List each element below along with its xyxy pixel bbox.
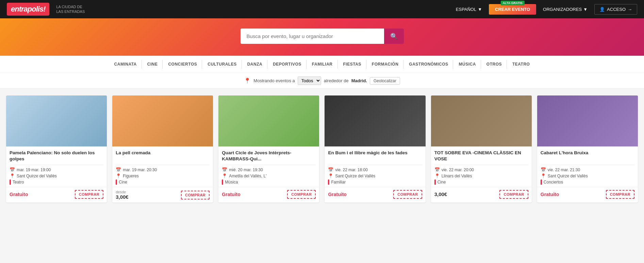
event-date-text: mar. 19 mar. 20:30 <box>123 168 157 172</box>
event-footer: 3,00€COMPRAR <box>431 187 532 201</box>
pin-icon: 📍 <box>222 173 227 178</box>
chevron-down-icon: ▼ <box>478 7 482 12</box>
event-image <box>431 95 532 146</box>
buy-button[interactable]: COMPRAR <box>181 191 210 199</box>
event-category: Conciertos <box>541 179 634 185</box>
search-button[interactable]: 🔍 <box>384 29 404 44</box>
event-title[interactable]: En Bum i el llibre màgic de les fades <box>328 150 422 162</box>
category-item-cine[interactable]: CINE <box>143 60 163 69</box>
login-arrow-icon: → <box>628 7 632 12</box>
event-date-text: mar. 19 mar. 19:00 <box>17 168 51 172</box>
event-category-text: Teatro <box>13 180 24 185</box>
event-location-text: Ametlla del Vallès, L' <box>229 174 266 178</box>
category-item-familiar[interactable]: FAMILIAR <box>307 60 338 69</box>
buy-button[interactable]: COMPRAR <box>393 190 422 199</box>
event-image <box>112 95 213 146</box>
category-item-fiestas[interactable]: FIESTAS <box>338 60 366 69</box>
category-nav: CAMINATACINECONCIERTOSCULTURALESDANZADEP… <box>0 56 644 73</box>
user-icon: 👤 <box>599 7 605 12</box>
category-item-danza[interactable]: DANZA <box>243 60 268 69</box>
organizadores-button[interactable]: ORGANIZADORES ▼ <box>543 7 588 12</box>
todos-select[interactable]: Todos <box>298 76 321 85</box>
event-price: 3,00€ <box>434 191 447 197</box>
event-body: La pell cremada📅mar. 19 mar. 20:30📍Figue… <box>112 146 213 185</box>
event-image <box>6 95 107 146</box>
event-card: La pell cremada📅mar. 19 mar. 20:30📍Figue… <box>112 95 213 203</box>
logo[interactable]: entrapolis! <box>7 3 49 16</box>
event-title[interactable]: La pell cremada <box>116 150 210 162</box>
event-title[interactable]: Cabaret L'hora Bruixa <box>541 150 634 162</box>
event-body: Pamela Palenciano: No solo duelen los go… <box>6 146 107 185</box>
event-category-text: Conciertos <box>544 180 563 185</box>
event-date: 📅vie. 22 mar. 20:00 <box>434 167 528 172</box>
crear-evento-label: CREAR EVENTO <box>495 7 530 12</box>
calendar-icon: 📅 <box>328 167 333 172</box>
event-date-text: vie. 22 mar. 20:00 <box>442 168 474 172</box>
buy-button[interactable]: COMPRAR <box>75 190 103 199</box>
event-category-text: Cine <box>437 180 446 185</box>
event-date: 📅vie. 22 mar. 21:30 <box>541 167 634 172</box>
event-title[interactable]: Pamela Palenciano: No solo duelen los go… <box>10 150 103 162</box>
calendar-icon: 📅 <box>116 167 121 172</box>
event-category-text: Cine <box>119 180 127 185</box>
category-item-caminata[interactable]: CAMINATA <box>110 60 142 69</box>
mostrando-label: Mostrando eventos a <box>253 78 295 83</box>
pin-icon: 📍 <box>328 173 333 178</box>
ciudad-link[interactable]: Madrid. <box>351 78 367 83</box>
event-card: Pamela Palenciano: No solo duelen los go… <box>6 95 107 203</box>
language-button[interactable]: ESPAÑOL ▼ <box>456 7 482 12</box>
alta-gratis-badge: ALTA GRATIS <box>500 1 524 5</box>
category-item-deportivos[interactable]: DEPORTIVOS <box>268 60 307 69</box>
buy-button[interactable]: COMPRAR <box>499 190 528 199</box>
event-date-text: mié. 20 mar. 19:30 <box>229 168 263 172</box>
price-free-label: Gratuito <box>328 192 346 197</box>
tagline: LA CIUDAD DE LAS ENTRADAS <box>56 4 85 14</box>
event-category: Teatro <box>10 179 103 185</box>
category-item-formacion[interactable]: FORMACIÓN <box>367 60 404 69</box>
calendar-icon: 📅 <box>434 167 440 172</box>
events-grid: Pamela Palenciano: No solo duelen los go… <box>0 89 644 209</box>
event-location: 📍Llinars del Vallès <box>434 173 528 178</box>
category-item-musica[interactable]: MÚSICA <box>454 60 481 69</box>
geolocalizar-button[interactable]: Geolocalizar <box>370 77 400 85</box>
price-free-label: Gratuito <box>10 192 28 197</box>
event-footer: GratuitoCOMPRAR <box>325 187 425 201</box>
event-location-text: Sant Quirze del Vallès <box>17 174 57 178</box>
category-item-conciertos[interactable]: CONCIERTOS <box>163 60 202 69</box>
crear-evento-button[interactable]: ALTA GRATIS CREAR EVENTO <box>489 4 536 15</box>
price-free-label: Gratuito <box>541 192 559 197</box>
event-card: En Bum i el llibre màgic de les fades📅vi… <box>325 95 425 203</box>
event-category-text: Familiar <box>331 180 346 185</box>
acceso-button[interactable]: 👤 ACCESO → <box>594 4 637 15</box>
category-item-teatro[interactable]: TEATRO <box>508 60 534 69</box>
event-body: Cabaret L'hora Bruixa📅vie. 22 mar. 21:30… <box>537 146 638 185</box>
event-footer: GratuitoCOMPRAR <box>537 187 638 201</box>
price-from-label: desde <box>116 190 129 194</box>
category-dot-icon <box>222 179 223 185</box>
category-dot-icon <box>328 179 329 185</box>
calendar-icon: 📅 <box>541 167 546 172</box>
pin-icon: 📍 <box>10 173 15 178</box>
event-date: 📅mié. 20 mar. 19:30 <box>222 167 316 172</box>
event-title[interactable]: Quart Cicle de Joves Intèrprets-KAMBRASS… <box>222 150 316 162</box>
event-body: Quart Cicle de Joves Intèrprets-KAMBRASS… <box>218 146 319 185</box>
price-free-label: Gratuito <box>222 192 240 197</box>
buy-button[interactable]: COMPRAR <box>606 190 634 199</box>
category-item-culturales[interactable]: CULTURALES <box>203 60 242 69</box>
category-item-gastronomicos[interactable]: GASTRONÓMICOS <box>404 60 453 69</box>
event-image <box>325 95 425 146</box>
category-dot-icon <box>434 179 436 185</box>
event-location-text: Llinars del Vallès <box>442 174 472 178</box>
event-category: Familiar <box>328 179 422 185</box>
buy-button[interactable]: COMPRAR <box>287 190 316 199</box>
category-dot-icon <box>116 179 117 185</box>
event-card: TOT SOBRE EVA -CINEMA CLÀSSIC EN VOSE📅vi… <box>431 95 532 203</box>
event-footer: GratuitoCOMPRAR <box>6 187 107 201</box>
event-category: Cine <box>116 179 210 185</box>
event-card: Quart Cicle de Joves Intèrprets-KAMBRASS… <box>218 95 319 203</box>
event-category: Música <box>222 179 316 185</box>
event-location: 📍Sant Quirze del Vallès <box>541 173 634 178</box>
category-item-otros[interactable]: OTROS <box>482 60 507 69</box>
search-input[interactable] <box>241 29 384 44</box>
event-title[interactable]: TOT SOBRE EVA -CINEMA CLÀSSIC EN VOSE <box>434 150 528 162</box>
